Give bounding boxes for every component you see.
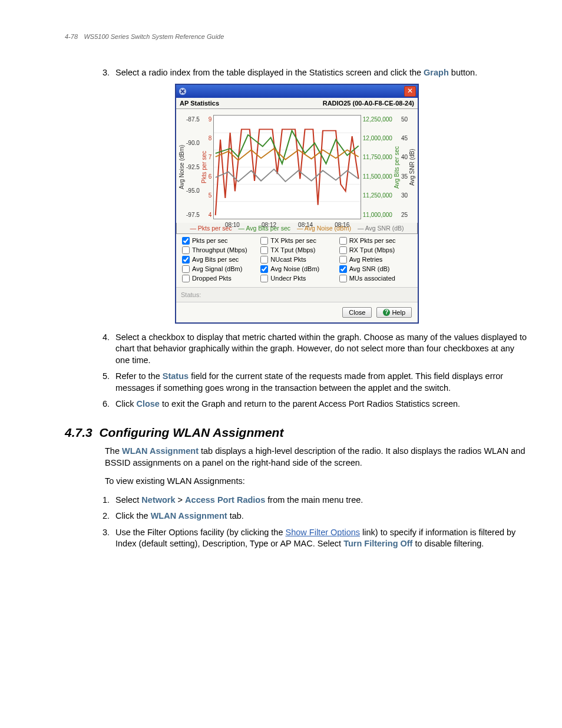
step-4: Select a checkbox to display that metric… [105, 332, 529, 367]
checkbox-input[interactable] [339, 256, 347, 263]
checkbox-input[interactable] [339, 237, 347, 245]
checkbox-input[interactable] [182, 275, 190, 282]
checkbox-label: Avg Signal (dBm) [192, 265, 242, 272]
step-6: Click Close to exit the Graph and return… [105, 398, 529, 410]
metric-checkbox-avg-snr-db-[interactable]: Avg SNR (dB) [339, 265, 412, 273]
metric-checkbox-tx-pkts-per-sec[interactable]: TX Pkts per sec [260, 237, 333, 245]
checkbox-input[interactable] [339, 275, 347, 282]
ap-statistics-label: AP Statistics [180, 100, 219, 107]
checkbox-label: Undecr Pkts [270, 275, 306, 282]
wlan-assignment-tab-keyword: WLAN Assignment [151, 511, 227, 521]
close-keyword: Close [136, 399, 160, 409]
show-filter-options-link[interactable]: Show Filter Options [286, 528, 361, 537]
checkbox-label: RX Tput (Mbps) [349, 246, 395, 253]
y2-axis-label: Pkts per sec [201, 113, 207, 222]
y2-ticks: 9 8 7 6 5 4 [207, 113, 213, 222]
step-3-text: Select a radio index from the table disp… [115, 68, 424, 77]
y4-ticks: 50 45 40 35 30 25 [400, 113, 409, 222]
checkbox-input[interactable] [339, 265, 347, 273]
checkbox-label: RX Pkts per sec [349, 237, 396, 244]
page-header: 4-78 WS5100 Series Switch System Referen… [65, 31, 529, 41]
checkbox-input[interactable] [260, 256, 268, 263]
checkbox-label: Pkts per sec [192, 237, 228, 244]
network-keyword: Network [141, 495, 175, 505]
step-5: Refer to the Status field for the curren… [105, 371, 529, 394]
window-titlebar[interactable]: ✕ [176, 85, 418, 98]
close-button[interactable]: Close [342, 307, 372, 318]
wlan-step-3: Use the Filter Options facility (by clic… [105, 527, 529, 550]
checkbox-label: TX Pkts per sec [270, 237, 316, 244]
checkbox-input[interactable] [182, 265, 190, 273]
y4-axis-label: Avg SNR (dB) [409, 113, 415, 222]
metric-checkbox-pkts-per-sec[interactable]: Pkts per sec [182, 237, 254, 245]
checkbox-label: NUcast Pkts [270, 256, 306, 263]
wlan-assignment-keyword: WLAN Assignment [122, 446, 199, 456]
wlan-step-1: Select Network > Access Port Radios from… [105, 495, 529, 506]
metric-checkbox-throughput-mbps-[interactable]: Throughput (Mbps) [182, 246, 254, 254]
checkbox-label: TX Tput (Mbps) [270, 246, 315, 253]
turn-filtering-off-keyword: Turn Filtering Off [343, 539, 412, 548]
metric-checkbox-avg-signal-dbm-[interactable]: Avg Signal (dBm) [182, 265, 254, 273]
status-field: Status: [176, 288, 418, 302]
checkbox-input[interactable] [260, 265, 268, 273]
ap-statistics-window: ✕ AP Statistics RADIO25 (00-A0-F8-CE-08-… [175, 84, 419, 324]
checkbox-label: Throughput (Mbps) [192, 246, 247, 253]
x-ticks: 08:10 08:12 08:14 08:16 [214, 222, 360, 228]
help-icon: ? [383, 309, 390, 316]
metric-checkbox-tx-tput-mbps-[interactable]: TX Tput (Mbps) [260, 246, 333, 254]
wlan-para-2: To view existing WLAN Assignments: [105, 476, 529, 487]
close-icon[interactable]: ✕ [404, 86, 416, 97]
checkbox-input[interactable] [339, 246, 347, 254]
metric-checkbox-avg-noise-dbm-[interactable]: Avg Noise (dBm) [260, 265, 333, 273]
checkbox-label: Dropped Pkts [192, 275, 232, 282]
metric-checkbox-mus-associated[interactable]: MUs associated [339, 275, 412, 282]
metric-checkbox-nucast-pkts[interactable]: NUcast Pkts [260, 256, 333, 263]
checkbox-input[interactable] [182, 256, 190, 263]
section-number: 4.7.3 [65, 426, 92, 439]
section-heading: 4.7.3 Configuring WLAN Assignment [65, 426, 529, 440]
y1-axis-label: Avg Noise (dBm) [178, 113, 185, 222]
metric-checkbox-grid: Pkts per secTX Pkts per secRX Pkts per s… [176, 234, 418, 288]
radio-id-label: RADIO25 (00-A0-F8-CE-08-24) [323, 100, 414, 107]
metric-checkbox-avg-retries[interactable]: Avg Retries [339, 256, 412, 263]
metric-checkbox-rx-tput-mbps-[interactable]: RX Tput (Mbps) [339, 246, 412, 254]
checkbox-input[interactable] [260, 246, 268, 254]
chart-plot: 08:10 08:12 08:14 08:16 [213, 115, 361, 219]
section-title: Configuring WLAN Assignment [99, 426, 283, 439]
checkbox-input[interactable] [182, 237, 190, 245]
step-3: Select a radio index from the table disp… [105, 67, 529, 79]
status-keyword: Status [163, 371, 189, 381]
page-number: 4-78 [65, 33, 78, 40]
checkbox-label: Avg Retries [349, 256, 383, 263]
app-icon [178, 87, 187, 96]
checkbox-label: Avg Noise (dBm) [270, 265, 319, 272]
help-button[interactable]: ?Help [376, 307, 412, 318]
metric-checkbox-avg-bits-per-sec[interactable]: Avg Bits per sec [182, 256, 254, 263]
y1-ticks: -87.5 -90.0 -92.5 -95.0 -97.5 [185, 113, 201, 222]
window-button-row: Close ?Help [176, 302, 418, 322]
metric-checkbox-rx-pkts-per-sec[interactable]: RX Pkts per sec [339, 237, 412, 245]
checkbox-input[interactable] [260, 237, 268, 245]
checkbox-label: Avg Bits per sec [192, 256, 239, 263]
checkbox-label: Avg SNR (dB) [349, 265, 390, 272]
checkbox-input[interactable] [182, 246, 190, 254]
metric-checkbox-dropped-pkts[interactable]: Dropped Pkts [182, 275, 254, 282]
checkbox-input[interactable] [260, 275, 268, 282]
y3-axis-label: Avg Bits per sec [394, 113, 400, 222]
graph-area: Avg Noise (dBm) -87.5 -90.0 -92.5 -95.0 … [176, 109, 418, 223]
wlan-step-2: Click the WLAN Assignment tab. [105, 510, 529, 522]
access-port-radios-keyword: Access Port Radios [185, 495, 265, 505]
doc-title: WS5100 Series Switch System Reference Gu… [84, 33, 224, 40]
stats-header: AP Statistics RADIO25 (00-A0-F8-CE-08-24… [176, 98, 418, 109]
checkbox-label: MUs associated [349, 275, 395, 282]
y3-ticks: 12,250,000 12,000,000 11,750,000 11,500,… [362, 113, 394, 222]
wlan-para-1: The WLAN Assignment tab displays a high-… [105, 446, 529, 469]
metric-checkbox-undecr-pkts[interactable]: Undecr Pkts [260, 275, 333, 282]
graph-keyword: Graph [424, 68, 449, 77]
